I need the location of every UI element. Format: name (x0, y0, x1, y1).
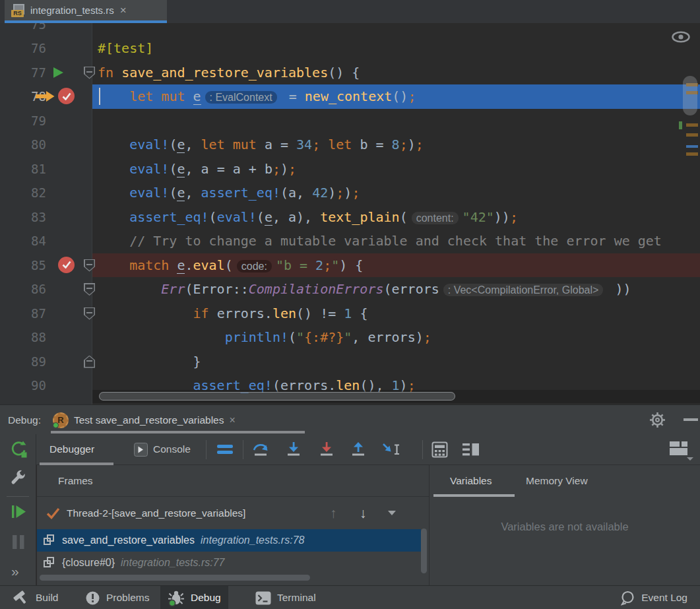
code-token: "b = (276, 257, 315, 273)
next-frame-icon[interactable]: ↓ (360, 505, 367, 521)
step-out-icon[interactable] (350, 441, 367, 457)
gutter-line-81[interactable]: 81 (0, 157, 92, 181)
rust-run-config-icon: R (53, 412, 69, 428)
layout-settings-icon[interactable] (462, 441, 480, 458)
gutter-line-87[interactable]: 87 (0, 302, 92, 326)
gutter-line-75[interactable]: 75 (0, 23, 92, 36)
code-line-89[interactable]: } (92, 350, 700, 374)
gutter-line-84[interactable]: 84 (0, 229, 92, 253)
code-line-76[interactable]: #[test] (92, 36, 700, 61)
code-token (98, 88, 129, 104)
gutter-line-76[interactable]: 76 (0, 36, 92, 61)
code-token: assert_eq! (201, 185, 280, 201)
code-line-87[interactable]: if errors.len() != 1 { (92, 302, 700, 326)
code-line-78[interactable]: let mut e: EvalContext = new_context(); (92, 84, 700, 109)
thread-dropdown-icon[interactable] (388, 511, 396, 515)
code-token: eval (193, 257, 225, 273)
code-line-80[interactable]: eval!(e, let mut a = 34; let b = 8;); (92, 133, 700, 157)
stack-frame-row[interactable]: save_and_restore_variablesintegration_te… (37, 529, 421, 552)
frames-vscrollbar-thumb[interactable] (421, 529, 427, 573)
code-line-77[interactable]: fn save_and_restore_variables() { (92, 61, 700, 85)
resume-icon[interactable] (10, 503, 28, 521)
gutter-line-83[interactable]: 83 (0, 205, 92, 230)
code-line-84[interactable]: // Try to change a mutable variable and … (92, 229, 700, 253)
run-to-cursor-icon[interactable] (381, 441, 401, 457)
close-tab-icon[interactable]: × (120, 5, 127, 16)
editor-gutter[interactable]: 75767778798081828384858687888990 (0, 23, 92, 404)
previous-frame-icon[interactable]: ↑ (330, 505, 337, 521)
step-over-icon[interactable] (252, 441, 269, 457)
editor-tab[interactable]: RS integration_tests.rs × (5, 0, 167, 20)
fold-marker-icon[interactable] (84, 67, 95, 79)
code-token: ; (288, 161, 296, 177)
force-step-into-icon[interactable] (318, 441, 335, 457)
thread-selector[interactable]: Thread-2-[save_and_restore_variables] ↑ … (37, 498, 429, 528)
breakpoint-icon[interactable] (58, 257, 75, 273)
code-line-82[interactable]: eval!(e, assert_eq!(a, 42);); (92, 181, 700, 205)
evaluate-expression-icon[interactable] (431, 441, 448, 458)
code-line-85[interactable]: match e.eval(code:"b = 2;") { (92, 253, 700, 278)
debug-left-toolbar: » (0, 434, 36, 585)
rerun-icon[interactable] (9, 440, 28, 459)
toolwindow-button-problems[interactable]: Problems (78, 586, 156, 609)
run-test-icon[interactable] (51, 66, 65, 79)
gutter-line-79[interactable]: 79 (0, 109, 92, 133)
horizontal-scrollbar-thumb[interactable] (99, 392, 455, 401)
toolwindow-button-debug[interactable]: Debug (160, 586, 228, 609)
gutter-line-80[interactable]: 80 (0, 133, 92, 157)
code-token (98, 281, 161, 297)
show-execution-point-icon[interactable] (216, 441, 234, 457)
gutter-line-89[interactable]: 89 (0, 350, 92, 374)
code-token: = (281, 88, 305, 104)
tab-variables[interactable]: Variables (450, 465, 492, 497)
tab-debugger[interactable]: Debugger (49, 434, 94, 465)
code-token: match (129, 257, 177, 273)
fold-marker-icon[interactable] (84, 356, 95, 368)
step-into-icon[interactable] (285, 441, 302, 457)
tab-console[interactable]: Console (153, 434, 191, 465)
fold-marker-icon[interactable] (84, 283, 95, 296)
code-line-88[interactable]: println!("{:#?}", errors); (92, 325, 700, 350)
toolwindow-button-event-log[interactable]: Event Log (612, 586, 695, 609)
toolwindow-button-terminal[interactable]: Terminal (248, 586, 323, 609)
breakpoint-icon[interactable] (58, 88, 75, 104)
vertical-scrollbar-thumb[interactable] (683, 76, 697, 115)
code-area[interactable]: #[test]fn save_and_restore_variables() {… (92, 23, 700, 404)
gutter-line-86[interactable]: 86 (0, 277, 92, 302)
code-token: e (177, 185, 185, 201)
gutter-line-78[interactable]: 78 (0, 84, 92, 109)
code-line-86[interactable]: Err(Error::CompilationErrors(errors: Vec… (92, 277, 700, 302)
code-token: () { (328, 65, 360, 80)
more-actions-icon[interactable]: » (11, 563, 19, 579)
code-token (98, 329, 225, 345)
code-line-79[interactable] (92, 109, 700, 133)
highlighting-level-eye-icon[interactable] (670, 29, 691, 45)
minimize-icon[interactable] (684, 418, 698, 421)
layout-restore-icon[interactable] (669, 441, 695, 461)
code-line-75[interactable] (92, 23, 700, 36)
code-editor[interactable]: #[test]fn save_and_restore_variables() {… (0, 23, 700, 404)
frames-hscrollbar-thumb[interactable] (40, 575, 310, 581)
fold-marker-icon[interactable] (84, 259, 95, 272)
fold-marker-icon[interactable] (84, 307, 95, 320)
code-token (98, 209, 129, 225)
console-icon[interactable] (134, 443, 148, 457)
code-line-83[interactable]: assert_eq!(eval!(e, a), text_plain(conte… (92, 205, 700, 230)
code-line-81[interactable]: eval!(e, a = a + b;); (92, 157, 700, 181)
gutter-line-85[interactable]: 85 (0, 253, 92, 278)
settings-wrench-icon[interactable] (9, 469, 28, 488)
code-token: ; let (312, 137, 360, 152)
gutter-line-77[interactable]: 77 (0, 61, 92, 85)
settings-gear-icon[interactable] (649, 411, 666, 429)
toolwindow-button-build[interactable]: Build (5, 586, 65, 609)
tab-memory-view[interactable]: Memory View (526, 465, 588, 497)
gutter-line-90[interactable]: 90 (0, 373, 92, 398)
pause-icon[interactable] (11, 533, 26, 551)
gutter-line-82[interactable]: 82 (0, 181, 92, 205)
close-session-icon[interactable]: × (229, 414, 235, 426)
stack-frame-row[interactable]: {closure#0}integration_tests.rs:77 (37, 552, 421, 574)
code-token: (errors (383, 281, 439, 297)
code-token: (a, (280, 185, 312, 201)
code-token: ; (408, 88, 416, 104)
gutter-line-88[interactable]: 88 (0, 325, 92, 350)
